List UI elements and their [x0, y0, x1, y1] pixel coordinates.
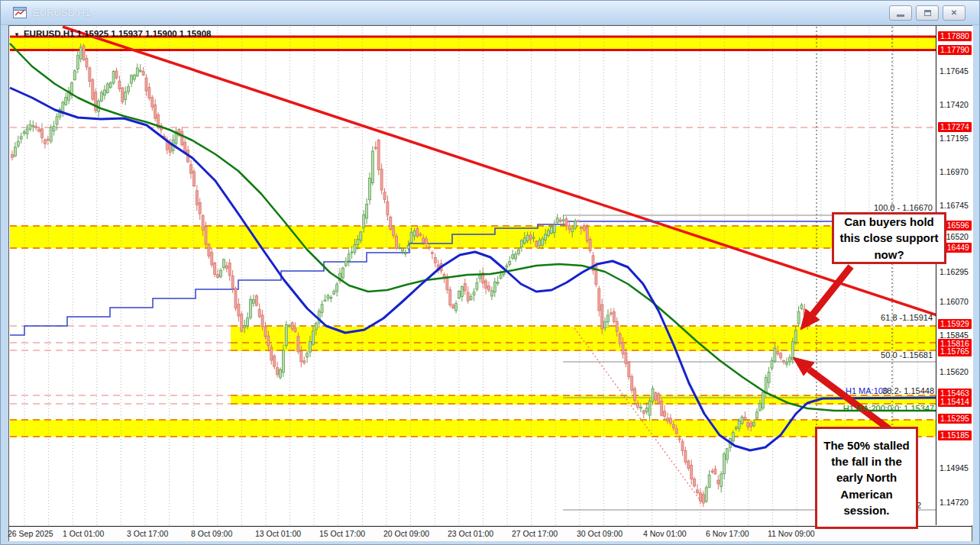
ma100-label: H1 MA:100	[846, 386, 888, 395]
x-axis-label: 26 Sep 2025	[8, 529, 53, 538]
y-axis-label: 1.17195	[940, 134, 969, 144]
y-axis-label: 1.17274	[938, 122, 972, 132]
x-axis-label: 11 Nov 09:00	[768, 529, 815, 538]
chart-window-icon	[13, 7, 27, 18]
y-axis-label: 1.16745	[940, 201, 969, 211]
x-axis-label: 13 Oct 01:00	[255, 529, 301, 538]
chart-canvas[interactable]	[9, 26, 936, 525]
x-axis-label: 4 Nov 01:00	[643, 529, 687, 538]
x-axis-label: 20 Oct 09:00	[383, 529, 429, 538]
restore-icon	[924, 10, 931, 16]
y-axis-label: 1.15295	[938, 414, 972, 424]
x-axis-label: 15 Oct 17:00	[319, 529, 365, 538]
close-icon: ✕	[951, 8, 957, 17]
y-axis-label: 1.15185	[938, 431, 972, 440]
gridlines	[24, 27, 917, 525]
fib-50-label: 50.0 -1.15681	[881, 350, 933, 360]
mt4-chart-window: EURUSD,H1 ✕ ▼EURUSD,H1 1.15925 1.15937 1…	[0, 0, 980, 545]
x-axis-label: 8 Oct 09:00	[191, 529, 232, 538]
y-axis-label: 1.16970	[940, 167, 969, 177]
restore-button[interactable]	[916, 5, 939, 21]
window-controls: ✕	[889, 5, 965, 21]
x-axis-label: 23 Oct 01:00	[448, 529, 493, 538]
y-axis-label: 1.14945	[940, 463, 969, 473]
y-axis-label: 1.15929	[938, 319, 972, 329]
x-axis-label: 1 Oct 01:00	[63, 529, 104, 538]
chart-dropdown-icon[interactable]: ▼	[14, 31, 20, 38]
y-axis-label: 1.15765	[938, 347, 972, 356]
y-axis-label: 1.17880	[938, 31, 972, 41]
close-button[interactable]: ✕	[943, 5, 965, 21]
title-bar: EURUSD,H1 ✕	[1, 1, 979, 25]
y-axis-label: 1.16070	[940, 297, 969, 307]
y-axis-label: 1.17645	[940, 66, 969, 76]
window-title: EURUSD,H1	[33, 7, 889, 18]
annotation-box-support[interactable]: Can buyers hold this close support now?	[832, 212, 946, 264]
y-axis-label: 1.16295	[940, 267, 969, 277]
x-axis-label: 6 Nov 17:00	[706, 529, 749, 538]
x-axis-label: 27 Oct 17:00	[512, 529, 558, 538]
y-axis-label: 1.15414	[938, 397, 972, 407]
minimize-button[interactable]	[889, 5, 912, 21]
annotation-box-fifty[interactable]: The 50% stalled the fall in the early No…	[815, 427, 918, 529]
ma200-label: H1 MA:200:0:0: 1.15347	[843, 404, 934, 413]
ohlc-values: EURUSD,H1 1.15925 1.15937 1.15900 1.1590…	[24, 29, 212, 38]
candles	[11, 44, 809, 507]
price-axis[interactable]: 1.178801.177901.176451.174201.172741.171…	[936, 26, 973, 525]
y-axis-label: 1.17790	[938, 45, 972, 55]
minimize-icon	[897, 15, 904, 17]
y-axis-label: 1.14720	[940, 498, 969, 508]
fib-382-label: 38.2- 1.15448	[882, 386, 934, 395]
x-axis-label: 30 Oct 09:00	[577, 529, 623, 538]
y-axis-label: 1.17420	[940, 100, 969, 110]
ohlc-header: ▼EURUSD,H1 1.15925 1.15937 1.15900 1.159…	[14, 29, 211, 38]
fib-618-label: 61.8 -1.15914	[881, 313, 933, 322]
fib-100-label: 100.0 - 1.16670	[874, 203, 933, 212]
y-axis-label: 1.15620	[940, 367, 969, 377]
x-axis-label: 3 Oct 17:00	[127, 529, 168, 538]
